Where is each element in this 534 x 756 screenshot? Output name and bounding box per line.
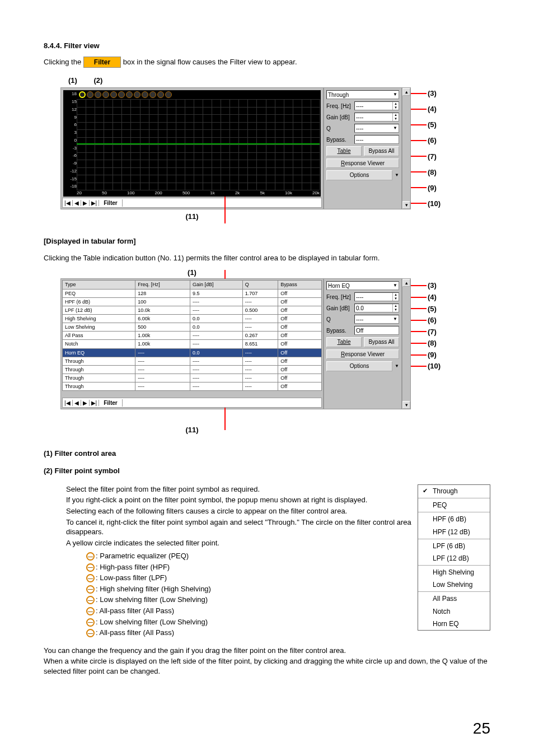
menu-item[interactable]: Low Shelving [418, 578, 490, 591]
callout: (5) [411, 120, 444, 130]
callout: (10) [411, 361, 444, 371]
table-row[interactable]: PEQ1289.51.707Off [63, 289, 322, 297]
gain-input[interactable]: ----▲▼ [354, 113, 399, 122]
filter-symbol-icon [86, 574, 95, 582]
tail-p2: When a white circle is displayed on the … [44, 656, 490, 676]
menu-item[interactable]: Through [418, 485, 490, 497]
menu-item[interactable]: LPF (6 dB) [418, 540, 490, 552]
tab-nav-footer-2: |◀◀▶▶| Filter [62, 398, 322, 408]
scrollbar[interactable]: ▴▾ [402, 87, 411, 209]
table-row[interactable]: LPF (12 dB)10.0k----0.500Off [63, 306, 322, 314]
freq-label: Freq. [Hz] [326, 293, 352, 301]
table-row[interactable]: Notch1.00k----8.651Off [63, 340, 322, 348]
bypass-label: Bypass. [326, 136, 352, 144]
gain-input[interactable]: 0.0▲▼ [354, 304, 399, 312]
callout: (8) [411, 167, 444, 178]
filter-symbol-icon [86, 629, 95, 637]
type-select[interactable]: Through▼ [326, 90, 399, 99]
table-row[interactable]: Low Shelving5000.0----Off [63, 323, 322, 332]
q-label: Q [326, 316, 352, 324]
intro-line: Clicking the Filter box in the signal fl… [44, 57, 490, 68]
callout-2: (2) [94, 76, 103, 86]
callout: (5) [411, 304, 444, 314]
filter-symbol-icon [86, 563, 95, 572]
figure-1: (1) (2) 1815129630-3-6-9-12-15-18 205010… [60, 76, 490, 222]
menu-item[interactable]: LPF (12 dB) [418, 552, 490, 564]
filter-type-popup[interactable]: ThroughPEQHPF (6 dB)HPF (12 dB)LPF (6 dB… [418, 484, 490, 631]
filter-settings-panel: Through▼ Freq. [Hz]----▲▼ Gain [dB]----▲… [324, 87, 402, 209]
item-2-heading: (2) Filter point symbol [44, 466, 490, 476]
item-1-heading: (1) Filter control area [44, 449, 490, 459]
bypass-all-button[interactable]: Bypass All [364, 146, 399, 156]
table-row[interactable]: Through------------Off [63, 357, 322, 365]
bypass-value[interactable]: ---- [354, 135, 399, 144]
table-row[interactable]: Through------------Off [63, 374, 322, 382]
response-viewer-button[interactable]: Response Viewer [326, 158, 399, 169]
table-row[interactable]: High Shelving6.00k0.0----Off [63, 315, 322, 323]
filter-table-area: TypeFreq. [Hz]Gain [dB]QBypass PEQ1289.5… [60, 278, 324, 409]
filter-symbol-icon [86, 596, 95, 604]
tab-nav-footer: |◀◀▶▶| Filter [62, 198, 322, 208]
menu-item[interactable]: Horn EQ [418, 618, 490, 630]
q-label: Q [326, 125, 352, 133]
gain-label: Gain [dB] [326, 305, 352, 312]
filter-symbol-icon [86, 552, 95, 561]
menu-item[interactable]: Notch [418, 605, 490, 618]
callout: (9) [411, 183, 444, 193]
section-heading: 8.4.4. Filter view [44, 41, 490, 51]
freq-input[interactable]: ----▲▼ [354, 292, 399, 301]
bypass-value[interactable]: Off [354, 326, 399, 335]
gain-label: Gain [dB] [326, 114, 352, 122]
filter-symbol-icon [86, 585, 95, 594]
filter-settings-panel-2: Horn EQ▼ Freq. [Hz]----▲▼ Gain [dB]0.0▲▼… [324, 278, 402, 409]
filter-point-symbols[interactable] [79, 91, 172, 98]
callout: (3) [411, 88, 444, 99]
filter-symbol-icon [86, 618, 95, 627]
table-row[interactable]: Horn EQ----0.0----Off [63, 348, 322, 357]
callout-11-b: (11) [60, 425, 324, 435]
callout: (9) [411, 350, 444, 360]
table-row[interactable]: Through------------Off [63, 365, 322, 374]
bypass-label: Bypass. [326, 327, 352, 335]
menu-item[interactable]: All Pass [418, 592, 490, 605]
type-select[interactable]: Horn EQ▼ [326, 281, 399, 290]
table-row[interactable]: HPF (6 dB)100--------Off [63, 297, 322, 306]
callout: (4) [411, 292, 444, 302]
filter-box-button[interactable]: Filter [83, 57, 121, 68]
menu-item[interactable]: High Shelving [418, 566, 490, 578]
table-button[interactable]: Table [326, 146, 362, 156]
menu-item[interactable]: HPF (12 dB) [418, 526, 490, 538]
options-button[interactable]: Options [326, 361, 392, 371]
scrollbar[interactable]: ▴▾ [402, 278, 411, 409]
callout: (4) [411, 104, 444, 114]
freq-input[interactable]: ----▲▼ [354, 101, 399, 110]
tab-filter-2[interactable]: Filter [99, 399, 122, 407]
table-row[interactable]: Through------------Off [63, 382, 322, 391]
callout: (6) [411, 315, 444, 325]
table-row[interactable]: All Pass1.00k----0.267Off [63, 332, 322, 340]
callout-1-top: (1) [60, 268, 324, 278]
callout: (7) [411, 327, 444, 337]
response-viewer-button[interactable]: Response Viewer [326, 349, 399, 360]
filter-table[interactable]: TypeFreq. [Hz]Gain [dB]QBypass PEQ1289.5… [62, 280, 322, 391]
callout: (6) [411, 136, 444, 146]
q-input[interactable]: ----▼ [354, 124, 399, 133]
figure-2: (1) TypeFreq. [Hz]Gain [dB]QBypass PEQ12… [60, 268, 490, 435]
options-button[interactable]: Options [326, 170, 392, 180]
tab-filter[interactable]: Filter [99, 199, 122, 207]
callout: (10) [411, 199, 444, 209]
bypass-all-button[interactable]: Bypass All [364, 337, 399, 347]
callout: (8) [411, 338, 444, 348]
callout: (7) [411, 152, 444, 162]
graph-area[interactable]: 1815129630-3-6-9-12-15-18 20501002005001… [60, 87, 324, 209]
table-button[interactable]: Table [326, 337, 362, 347]
menu-item[interactable]: PEQ [418, 499, 490, 511]
menu-item[interactable]: HPF (6 dB) [418, 513, 490, 525]
q-input[interactable]: ----▼ [354, 315, 399, 324]
tabular-text: Clicking the Table indication button (No… [44, 253, 490, 263]
tail-p1: You can change the frequency and the gai… [44, 646, 490, 656]
tabular-heading: [Displayed in tabular form] [44, 236, 490, 246]
filter-symbol-icon [86, 607, 95, 615]
callout-1: (1) [68, 76, 77, 86]
freq-label: Freq. [Hz] [326, 102, 352, 110]
